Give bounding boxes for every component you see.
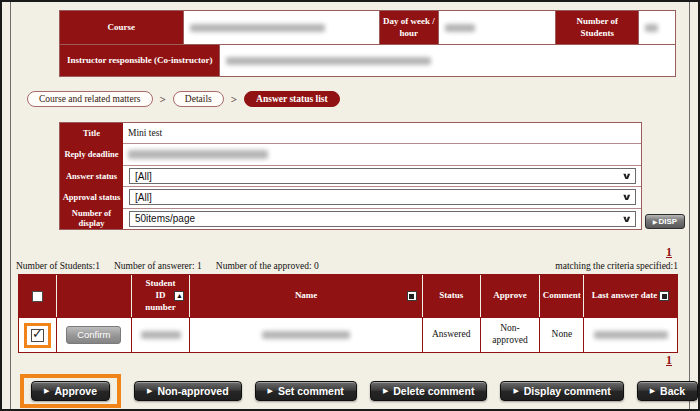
confirm-button[interactable]: Confirm xyxy=(66,326,121,344)
annotation-highlight-box: ✓ xyxy=(24,323,51,348)
sort-toggle-icon[interactable] xyxy=(659,291,669,301)
select-all-checkbox[interactable] xyxy=(32,291,43,302)
select-all-header-cell xyxy=(19,275,57,317)
redacted-course-value xyxy=(190,24,325,32)
redacted-day-value xyxy=(445,24,475,32)
content-frame-left-border xyxy=(10,2,11,409)
redacted-deadline-value xyxy=(128,150,268,159)
number-of-students-value xyxy=(638,11,675,44)
non-approved-button[interactable]: ▶ Non-approved xyxy=(134,381,242,401)
chevron-down-icon: ∨ xyxy=(621,171,632,181)
approval-status-select[interactable]: [All] ∨ xyxy=(129,189,636,205)
answer-status-select[interactable]: [All] ∨ xyxy=(129,168,636,184)
title-label: Title xyxy=(60,123,123,144)
chevron-right-icon: > xyxy=(160,93,166,105)
day-of-week-value xyxy=(438,11,556,44)
course-label: Course xyxy=(60,11,183,44)
page-number-link-top[interactable]: 1 xyxy=(666,245,672,260)
display-comment-button[interactable]: ▶ Display comment xyxy=(500,381,623,401)
redacted-student-id xyxy=(141,331,181,339)
instructor-value xyxy=(219,45,675,76)
row-checkbox[interactable]: ✓ xyxy=(31,329,44,342)
checkmark-icon: ✓ xyxy=(32,326,43,342)
approve-button[interactable]: ▶ Approve xyxy=(31,381,110,401)
summary-line: Number of Students:1 Number of answerer:… xyxy=(16,261,678,271)
sort-square-glyph xyxy=(662,294,667,299)
sort-toggle-icon[interactable] xyxy=(407,291,417,301)
redacted-last-answer-date xyxy=(594,331,668,339)
filter-form: Title Reply deadline Answer status Appro… xyxy=(59,122,642,230)
play-arrow-icon: ▶ xyxy=(268,387,273,395)
answerer-count: Number of answerer: 1 xyxy=(114,261,202,271)
comment-header-cell: Comment xyxy=(540,275,584,317)
table-header-row: Student ID number ▲ Name Status Approve … xyxy=(19,275,677,317)
status-header-cell: Status xyxy=(423,275,481,317)
redacted-name xyxy=(262,331,350,339)
confirm-cell: Confirm xyxy=(57,318,132,352)
last-answer-date-header-label: Last answer date xyxy=(592,290,657,302)
student-id-header-cell: Student ID number ▲ xyxy=(132,275,191,317)
delete-comment-button[interactable]: ▶ Delete comment xyxy=(370,381,488,401)
students-count: Number of Students:1 xyxy=(16,261,100,271)
chevron-right-icon: > xyxy=(231,93,237,105)
title-value: Mini test xyxy=(128,128,162,138)
answer-status-selected: [All] xyxy=(135,171,152,182)
instructor-label: Instructor responsible (Co-instructor) xyxy=(60,45,219,76)
back-button-label: Back xyxy=(660,385,685,397)
course-info-table: Course Day of week / hour Number of Stud… xyxy=(59,10,676,77)
filter-label-column: Title Reply deadline Answer status Appro… xyxy=(60,123,123,229)
day-of-week-label: Day of week / hour xyxy=(379,11,438,44)
table-row: ✓ Confirm Answered Non-approved None xyxy=(19,317,677,352)
status-cell: Answered xyxy=(423,318,481,352)
play-arrow-icon: ▶ xyxy=(383,387,388,395)
action-button-bar: ▶ Approve ▶ Non-approved ▶ Set comment ▶… xyxy=(20,374,698,408)
disp-button[interactable]: ▶ DISP xyxy=(645,214,685,229)
name-header-label: Name xyxy=(295,290,318,302)
matching-count: matching the criteria specified:1 xyxy=(555,261,678,271)
delete-comment-button-label: Delete comment xyxy=(393,385,474,397)
set-comment-button-label: Set comment xyxy=(278,385,344,397)
approval-status-selected: [All] xyxy=(135,192,152,203)
reply-deadline-row xyxy=(123,144,641,165)
course-info-row-2: Instructor responsible (Co-instructor) xyxy=(60,44,675,76)
play-arrow-icon: ▶ xyxy=(653,218,658,225)
breadcrumb-answer-status-list: Answer status list xyxy=(244,91,340,107)
approval-status-label: Approval status xyxy=(60,187,123,208)
course-info-row-1: Course Day of week / hour Number of Stud… xyxy=(60,11,675,44)
set-comment-button[interactable]: ▶ Set comment xyxy=(255,381,357,401)
sort-ascending-icon[interactable]: ▲ xyxy=(174,291,184,301)
last-answer-date-cell xyxy=(584,318,677,352)
disp-button-label: DISP xyxy=(658,217,677,226)
comment-cell: None xyxy=(540,318,584,352)
confirm-header-cell xyxy=(57,275,132,317)
content-frame-right-border xyxy=(689,2,690,409)
chevron-down-icon: ∨ xyxy=(621,214,632,224)
chevron-down-icon: ∨ xyxy=(621,192,632,202)
redacted-students-value xyxy=(645,24,658,32)
filter-value-column: Mini test [All] ∨ [All] ∨ 50items/page ∨ xyxy=(123,123,641,229)
answer-status-row: [All] ∨ xyxy=(123,166,641,187)
non-approved-button-label: Non-approved xyxy=(157,385,228,397)
approval-status-row: [All] ∨ xyxy=(123,187,641,208)
reply-deadline-label: Reply deadline xyxy=(60,144,123,165)
approved-count: Number of the approved: 0 xyxy=(216,261,319,271)
approve-value: Non-approved xyxy=(487,323,533,347)
number-of-display-select[interactable]: 50items/page ∨ xyxy=(129,211,636,227)
approve-cell: Non-approved xyxy=(481,318,541,352)
answer-status-table: Student ID number ▲ Name Status Approve … xyxy=(18,274,678,353)
number-of-display-label: Number of display xyxy=(60,208,123,229)
number-of-display-selected: 50items/page xyxy=(135,213,195,224)
back-button[interactable]: ▶ Back xyxy=(637,381,699,401)
annotation-highlight-box: ▶ Approve xyxy=(20,374,121,408)
breadcrumb: Course and related matters > Details > A… xyxy=(27,91,340,107)
play-arrow-icon: ▶ xyxy=(650,387,655,395)
number-of-display-row: 50items/page ∨ xyxy=(123,209,641,229)
breadcrumb-course-related-matters[interactable]: Course and related matters xyxy=(27,91,153,107)
page-number-link-bottom[interactable]: 1 xyxy=(666,353,672,368)
play-arrow-icon: ▶ xyxy=(147,387,152,395)
play-arrow-icon: ▶ xyxy=(44,387,49,395)
name-cell xyxy=(190,318,422,352)
title-row: Mini test xyxy=(123,123,641,144)
breadcrumb-details[interactable]: Details xyxy=(173,91,224,107)
name-header-cell: Name xyxy=(190,275,422,317)
